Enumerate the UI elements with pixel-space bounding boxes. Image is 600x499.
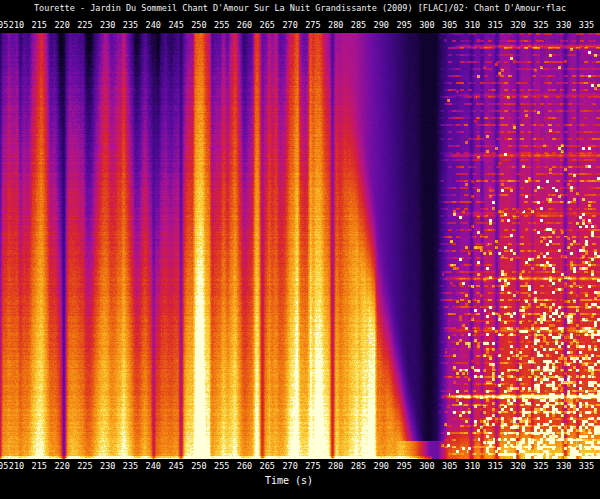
axis-tick-label: 220 — [54, 20, 69, 30]
axis-tick-label: 270 — [282, 461, 297, 471]
axis-tick-label: 300 — [419, 20, 434, 30]
spectrogram-canvas — [0, 33, 600, 459]
axis-tick-label: 205 — [0, 461, 8, 471]
axis-tick-label: 275 — [305, 20, 320, 30]
axis-tick-label: 300 — [419, 461, 434, 471]
axis-tick-label: 335 — [579, 461, 594, 471]
window-title: Tourette - Jardin Du Sommeil Chant D'Amo… — [0, 3, 600, 13]
axis-tick-label: 245 — [168, 461, 183, 471]
axis-tick-label: 320 — [510, 20, 525, 30]
axis-tick-label: 290 — [374, 461, 389, 471]
axis-tick-label: 245 — [168, 20, 183, 30]
axis-tick-label: 310 — [465, 20, 480, 30]
axis-tick-label: 260 — [237, 20, 252, 30]
axis-tick-label: 250 — [191, 461, 206, 471]
axis-tick-label: 265 — [260, 461, 275, 471]
axis-tick-label: 275 — [305, 461, 320, 471]
axis-tick-label: 230 — [100, 20, 115, 30]
time-axis-label: Time (s) — [265, 475, 313, 486]
axis-tick-label: 325 — [533, 20, 548, 30]
axis-tick-label: 295 — [396, 461, 411, 471]
axis-tick-label: 215 — [32, 20, 47, 30]
axis-tick-label: 210 — [9, 20, 24, 30]
axis-tick-label: 330 — [556, 461, 571, 471]
axis-tick-label: 230 — [100, 461, 115, 471]
axis-tick-label: 320 — [510, 461, 525, 471]
axis-tick-label: 225 — [77, 20, 92, 30]
axis-tick-label: 295 — [396, 20, 411, 30]
axis-tick-label: 305 — [442, 20, 457, 30]
axis-tick-label: 225 — [77, 461, 92, 471]
axis-tick-label: 330 — [556, 20, 571, 30]
axis-tick-label: 240 — [146, 20, 161, 30]
axis-tick-label: 235 — [123, 461, 138, 471]
axis-tick-label: 280 — [328, 461, 343, 471]
axis-tick-label: 255 — [214, 20, 229, 30]
bottom-time-axis: 2052102152202252302352402452502552602652… — [0, 461, 600, 472]
axis-tick-label: 280 — [328, 20, 343, 30]
spectrogram-window: Tourette - Jardin Du Sommeil Chant D'Amo… — [0, 0, 600, 499]
axis-tick-label: 290 — [374, 20, 389, 30]
axis-tick-label: 315 — [488, 20, 503, 30]
axis-tick-label: 265 — [260, 20, 275, 30]
axis-tick-label: 205 — [0, 20, 8, 30]
axis-tick-label: 215 — [32, 461, 47, 471]
axis-tick-label: 285 — [351, 20, 366, 30]
axis-tick-label: 285 — [351, 461, 366, 471]
axis-tick-label: 325 — [533, 461, 548, 471]
axis-tick-label: 305 — [442, 461, 457, 471]
top-time-axis: 2052102152202252302352402452502552602652… — [0, 20, 600, 31]
axis-tick-label: 235 — [123, 20, 138, 30]
axis-tick-label: 250 — [191, 20, 206, 30]
axis-tick-label: 315 — [488, 461, 503, 471]
axis-tick-label: 335 — [579, 20, 594, 30]
axis-tick-label: 210 — [9, 461, 24, 471]
axis-tick-label: 310 — [465, 461, 480, 471]
axis-tick-label: 270 — [282, 20, 297, 30]
axis-tick-label: 240 — [146, 461, 161, 471]
axis-tick-label: 260 — [237, 461, 252, 471]
axis-tick-label: 220 — [54, 461, 69, 471]
axis-tick-label: 255 — [214, 461, 229, 471]
